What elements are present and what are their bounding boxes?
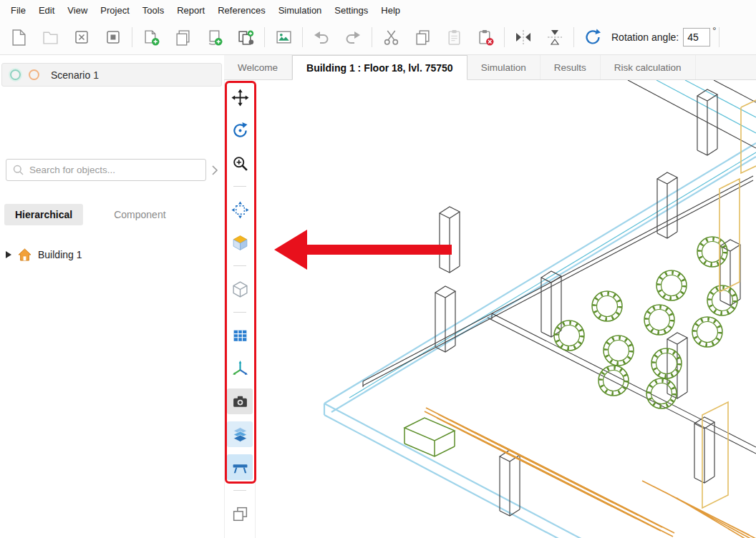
layers-button[interactable] xyxy=(227,421,253,447)
3d-box-icon xyxy=(231,280,249,298)
rotate-view-tool-button[interactable] xyxy=(227,117,253,143)
paste-icon xyxy=(446,29,462,46)
toolbar-separator xyxy=(132,27,132,47)
duplicate-view-button[interactable] xyxy=(227,501,253,527)
chevron-right-icon xyxy=(211,165,218,176)
scenario-manager-button[interactable] xyxy=(230,24,261,51)
isometric-view-button[interactable] xyxy=(227,230,253,255)
toolbar-separator xyxy=(264,27,265,47)
save-document-button[interactable] xyxy=(97,24,129,51)
toolbar-separator xyxy=(233,265,246,266)
redo-button[interactable] xyxy=(337,24,369,51)
undo-button[interactable] xyxy=(306,24,337,51)
mirror-vertical-button[interactable] xyxy=(508,24,539,51)
paste-delete-button[interactable] xyxy=(470,24,501,51)
layers-icon xyxy=(231,426,249,444)
menu-bar: File Edit View Project Tools Report Refe… xyxy=(0,0,756,20)
search-expand-button[interactable] xyxy=(211,165,218,176)
toolbar-separator xyxy=(372,27,372,47)
grid-toggle-button[interactable] xyxy=(227,323,253,348)
tab-building-1-floor-18[interactable]: Building 1 : Floor 18, lvl. 75750 xyxy=(292,55,467,80)
scenario-bar[interactable]: Scenario 1 xyxy=(1,63,222,87)
fit-to-window-button[interactable] xyxy=(227,197,253,222)
panel-tabs: Hierarchical Component xyxy=(4,204,177,225)
view-toolbar xyxy=(224,80,256,538)
undo-icon xyxy=(313,29,330,46)
mirror-horizontal-icon xyxy=(546,29,563,45)
zoom-in-icon xyxy=(231,155,249,172)
axes-toggle-button[interactable] xyxy=(227,356,253,381)
copy-floor-button[interactable] xyxy=(167,24,198,51)
zoom-tool-button[interactable] xyxy=(227,150,253,176)
tab-hierarchical[interactable]: Hierarchical xyxy=(4,204,83,225)
toolbar-separator xyxy=(233,312,246,313)
scenario-indicator-orange[interactable] xyxy=(29,69,39,80)
document-tab-bar: Welcome Building 1 : Floor 18, lvl. 7575… xyxy=(224,55,756,80)
toolbar-separator xyxy=(719,27,719,47)
toolbar-separator xyxy=(233,490,246,491)
scenario-label: Scenario 1 xyxy=(51,69,99,81)
mirror-vertical-icon xyxy=(515,29,532,45)
menu-edit[interactable]: Edit xyxy=(32,1,61,19)
scenario-indicator-teal[interactable] xyxy=(10,69,21,80)
menu-tools[interactable]: Tools xyxy=(136,1,170,19)
move-tool-button[interactable] xyxy=(227,84,253,110)
add-floor-button[interactable] xyxy=(135,24,167,51)
tab-welcome[interactable]: Welcome xyxy=(224,55,292,79)
mirror-horizontal-button[interactable] xyxy=(539,24,571,51)
rotate-view-icon xyxy=(231,122,249,140)
search-row xyxy=(6,159,218,181)
menu-view[interactable]: View xyxy=(61,1,94,19)
grid-icon xyxy=(231,327,249,345)
close-document-icon xyxy=(74,29,89,45)
new-document-button[interactable] xyxy=(3,24,34,51)
object-panel: Scenario 1 Hierarchical Component Buildi… xyxy=(0,55,224,538)
menu-simulation[interactable]: Simulation xyxy=(272,1,329,19)
viewport-3d[interactable] xyxy=(256,80,756,538)
toolbar-separator xyxy=(573,27,574,47)
screenshot-button[interactable] xyxy=(227,388,253,414)
copy-icon xyxy=(415,29,431,46)
add-scenario-icon xyxy=(206,29,223,46)
tree-expander-icon[interactable] xyxy=(6,251,11,258)
workbench-button[interactable] xyxy=(227,454,253,480)
orientation-axes-icon xyxy=(231,360,249,378)
search-box[interactable] xyxy=(6,159,206,181)
new-document-icon xyxy=(11,29,26,46)
open-folder-icon xyxy=(42,29,59,46)
camera-icon xyxy=(231,393,249,411)
tab-risk-calculation[interactable]: Risk calculation xyxy=(601,55,696,79)
paste-delete-icon xyxy=(478,29,494,46)
cut-button[interactable] xyxy=(375,24,407,51)
image-export-button[interactable] xyxy=(268,24,299,51)
menu-help[interactable]: Help xyxy=(374,1,407,19)
redo-icon xyxy=(344,29,362,46)
duplicate-view-icon xyxy=(231,505,249,523)
tab-results[interactable]: Results xyxy=(541,55,601,79)
toolbar-separator xyxy=(302,27,303,47)
tab-simulation[interactable]: Simulation xyxy=(467,55,541,79)
menu-file[interactable]: File xyxy=(4,1,32,19)
toolbar-separator xyxy=(233,186,246,187)
open-project-button[interactable] xyxy=(34,24,66,51)
rotate-button[interactable] xyxy=(577,24,609,51)
menu-project[interactable]: Project xyxy=(94,1,135,19)
cut-icon xyxy=(383,29,399,46)
menu-references[interactable]: References xyxy=(211,1,271,19)
rotation-angle-label: Rotation angle: xyxy=(611,31,679,43)
tab-component[interactable]: Component xyxy=(103,204,176,225)
isometric-cube-icon xyxy=(231,234,249,252)
3d-view-button[interactable] xyxy=(227,276,253,302)
rotation-angle-input[interactable] xyxy=(683,28,710,47)
close-document-button[interactable] xyxy=(66,24,97,51)
floor-plan-drawing xyxy=(256,80,756,538)
tree-item-building-1[interactable]: Building 1 xyxy=(6,248,82,261)
paste-button[interactable] xyxy=(438,24,470,51)
menu-report[interactable]: Report xyxy=(170,1,211,19)
search-input[interactable] xyxy=(29,165,199,175)
copy-button[interactable] xyxy=(407,24,438,51)
menu-settings[interactable]: Settings xyxy=(328,1,374,19)
add-floor-icon xyxy=(143,29,160,46)
house-icon xyxy=(18,248,32,261)
add-scenario-button[interactable] xyxy=(198,24,230,51)
